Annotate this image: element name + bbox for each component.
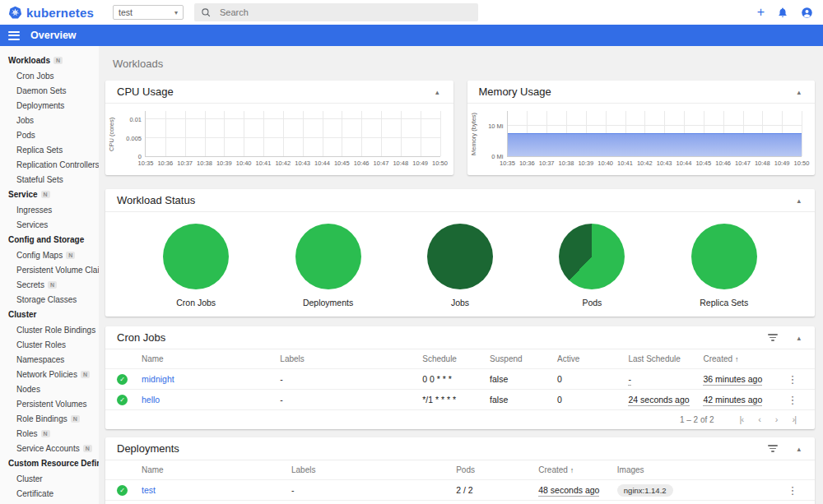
main-content: Workloads CPU Usage ▴ CPU (cores)10:3510… <box>99 46 823 504</box>
x-tick-label: 10:49 <box>774 160 790 167</box>
namespace-selector[interactable]: test ▾ <box>113 5 184 20</box>
sidebar-item-cluster-role-bindings[interactable]: Cluster Role Bindings <box>0 322 99 337</box>
prev-page-icon[interactable]: ‹ <box>751 413 768 426</box>
resource-link[interactable]: test <box>142 485 156 495</box>
search-input[interactable] <box>220 7 472 17</box>
sidebar-item-cluster-roles[interactable]: Cluster Roles <box>0 337 99 352</box>
x-tick-label: 10:37 <box>539 160 555 167</box>
notifications-bell-icon[interactable] <box>777 7 788 18</box>
sidebar-item-label: Persistent Volumes <box>16 400 87 409</box>
search-bar[interactable] <box>194 3 478 21</box>
row-menu-kebab-icon[interactable]: ⋮ <box>782 394 803 406</box>
create-resource-plus-icon[interactable]: + <box>757 6 765 19</box>
sidebar-item-deployments[interactable]: Deployments <box>0 98 99 113</box>
cell-created: 36 minutes ago <box>703 374 782 384</box>
table-row: ✓midnight-0 0 * * *false0-36 minutes ago… <box>105 369 815 390</box>
x-tick-label: 10:47 <box>374 160 389 167</box>
column-header-suspend[interactable]: Suspend <box>490 354 557 363</box>
last-page-icon[interactable]: ›| <box>784 413 803 426</box>
x-tick-label: 10:40 <box>236 160 252 167</box>
sidebar-item-persistent-volumes[interactable]: Persistent Volumes <box>0 396 99 411</box>
pagination-range: 1 – 2 of 2 <box>680 415 714 424</box>
namespaced-badge: N <box>66 252 75 259</box>
next-page-icon[interactable]: › <box>768 413 785 426</box>
sidebar-item-nodes[interactable]: Nodes <box>0 381 99 396</box>
sidebar-item-network-policies[interactable]: Network PoliciesN <box>0 367 99 381</box>
sidebar-item-namespaces[interactable]: Namespaces <box>0 352 99 367</box>
sidebar-item-jobs[interactable]: Jobs <box>0 113 99 127</box>
sidebar-item-ingresses[interactable]: Ingresses <box>0 202 99 217</box>
x-tick-label: 10:36 <box>157 160 173 167</box>
column-header-schedule[interactable]: Schedule <box>422 354 490 363</box>
y-axis-label: CPU (cores) <box>108 111 115 157</box>
column-header-name[interactable]: Name <box>142 354 280 363</box>
sidebar-item-service-accounts[interactable]: Service AccountsN <box>0 441 99 455</box>
collapse-caret-icon[interactable]: ▴ <box>794 443 803 455</box>
sidebar-item-secrets[interactable]: SecretsN <box>0 277 99 292</box>
sidebar-item-daemon-sets[interactable]: Daemon Sets <box>0 83 99 98</box>
resource-link[interactable]: hello <box>142 395 160 405</box>
sidebar-item-replica-sets[interactable]: Replica Sets <box>0 142 99 157</box>
sidebar-item-cluster-issuer[interactable]: Cluster Issuer <box>0 501 99 504</box>
column-header-labels[interactable]: Labels <box>280 354 422 363</box>
row-menu-kebab-icon[interactable]: ⋮ <box>782 373 803 386</box>
cell-name: hello <box>142 395 280 405</box>
sidebar-item-label: Cluster Roles <box>16 340 66 349</box>
sidebar-item-pods[interactable]: Pods <box>0 127 99 142</box>
column-header-active[interactable]: Active <box>557 354 628 363</box>
sidebar-item-services[interactable]: Services <box>0 217 99 232</box>
cell-created: 48 seconds ago <box>538 485 617 495</box>
cell-active: 0 <box>557 395 628 405</box>
x-tick-label: 10:40 <box>597 160 613 167</box>
sidebar-item-label: Jobs <box>16 116 34 125</box>
resource-link[interactable]: midnight <box>142 374 174 384</box>
column-header-created[interactable]: Created↑ <box>703 354 782 363</box>
collapse-caret-icon[interactable]: ▴ <box>794 195 803 206</box>
account-icon[interactable] <box>801 7 813 19</box>
sidebar-item-cron-jobs[interactable]: Cron Jobs <box>0 68 99 83</box>
column-header-label: Suspend <box>490 354 522 363</box>
x-tick-label: 10:44 <box>314 160 330 167</box>
column-header-images[interactable]: Images <box>617 465 782 474</box>
sidebar-item-label: Replication Controllers <box>16 160 99 169</box>
sidebar-item-config-maps[interactable]: Config MapsN <box>0 247 99 262</box>
x-tick-label: 10:38 <box>197 160 212 167</box>
kubernetes-logo[interactable]: kubernetes <box>8 6 105 20</box>
first-page-icon[interactable]: |‹ <box>732 413 751 426</box>
column-header-label: Images <box>617 465 644 474</box>
column-header-created[interactable]: Created↑ <box>538 465 617 474</box>
x-tick-label: 10:39 <box>578 160 593 167</box>
status-cell: ✓ <box>117 395 142 405</box>
sort-asc-arrow-icon: ↑ <box>570 466 574 474</box>
sidebar-item-cluster[interactable]: Cluster <box>0 471 99 486</box>
cell-pods: 2 / 2 <box>456 485 538 495</box>
column-header-pods[interactable]: Pods <box>456 465 538 474</box>
collapse-caret-icon[interactable]: ▴ <box>794 332 803 344</box>
check-circle-icon: ✓ <box>117 374 128 385</box>
sidebar-item-stateful-sets[interactable]: Stateful Sets <box>0 172 99 187</box>
sidebar-item-persistent-volume-claims[interactable]: Persistent Volume ClaimsN <box>0 262 99 277</box>
namespaced-badge: N <box>48 281 57 289</box>
row-menu-kebab-icon[interactable]: ⋮ <box>782 484 803 497</box>
x-tick-label: 10:36 <box>519 160 535 167</box>
namespaced-badge: N <box>71 415 80 423</box>
sidebar-item-certificate[interactable]: Certificate <box>0 486 99 501</box>
sidebar-item-label: Network Policies <box>16 370 77 379</box>
sidebar-item-roles[interactable]: RolesN <box>0 426 99 441</box>
column-header-labels[interactable]: Labels <box>291 465 456 474</box>
collapse-caret-icon[interactable]: ▴ <box>433 86 442 98</box>
sidebar-item-label: Stateful Sets <box>16 175 63 184</box>
sidebar-item-storage-classes[interactable]: Storage Classes <box>0 292 99 307</box>
filter-icon[interactable] <box>766 331 779 344</box>
table-row: ✓hello-*/1 * * * *false024 seconds ago42… <box>105 390 815 410</box>
column-header-last_schedule[interactable]: Last Schedule <box>628 354 703 363</box>
filter-icon[interactable] <box>766 442 779 455</box>
cpu-usage-chart: CPU (cores)10:3510:3610:3710:3810:3910:4… <box>105 104 453 173</box>
sidebar-item-role-bindings[interactable]: Role BindingsN <box>0 411 99 426</box>
relative-time: - <box>628 374 631 386</box>
collapse-caret-icon[interactable]: ▴ <box>794 86 803 98</box>
sidebar-item-replication-controllers[interactable]: Replication Controllers <box>0 157 99 172</box>
sidebar-section-workloads: WorkloadsN <box>0 53 99 68</box>
column-header-name[interactable]: Name <box>142 465 291 474</box>
menu-hamburger-icon[interactable] <box>8 31 20 40</box>
